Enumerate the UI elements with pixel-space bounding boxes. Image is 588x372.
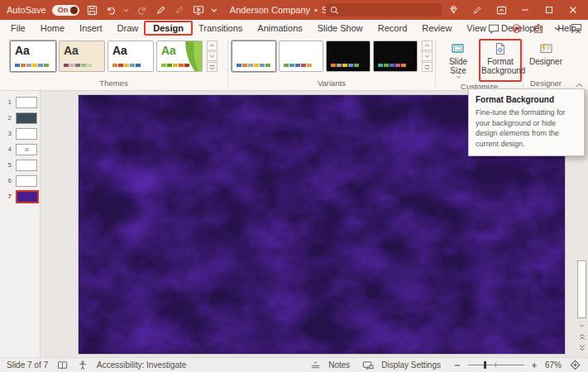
- qat-caret-icon[interactable]: [211, 3, 218, 17]
- minimize-icon[interactable]: [519, 3, 532, 17]
- slide-size-caret-icon: [456, 75, 461, 79]
- zoom-slider-handle[interactable]: [484, 361, 486, 369]
- collapse-ribbon-icon[interactable]: [576, 83, 583, 88]
- tab-review[interactable]: Review: [414, 20, 459, 36]
- presenter-icon[interactable]: [570, 22, 583, 35]
- spell-check-icon[interactable]: [55, 359, 69, 371]
- themes-more-icon[interactable]: [207, 62, 218, 72]
- slide-counter[interactable]: Slide 7 of 7: [7, 360, 48, 370]
- slide-6-thumbnail[interactable]: [16, 175, 37, 187]
- color-swatch: [26, 64, 31, 67]
- tab-file[interactable]: File: [3, 20, 33, 36]
- variants-group-label: Variants: [318, 77, 346, 90]
- scroll-down-icon[interactable]: [576, 320, 587, 331]
- close-icon[interactable]: [566, 3, 580, 17]
- variants-scroll-buttons: [422, 41, 433, 72]
- theme-facet-green[interactable]: Aa: [156, 41, 203, 72]
- tab-record[interactable]: Record: [370, 20, 414, 36]
- zoom-level[interactable]: 67%: [545, 360, 562, 370]
- laser-pen-icon[interactable]: [154, 3, 167, 17]
- variant-2[interactable]: [279, 41, 323, 72]
- save-icon[interactable]: [85, 3, 98, 17]
- slide-thumbnail-row-3[interactable]: 3: [0, 126, 40, 141]
- slide-2-thumbnail[interactable]: [16, 112, 37, 124]
- slide-number: 2: [5, 114, 12, 122]
- variants-scroll-down-icon[interactable]: [422, 51, 433, 61]
- zoom-slider[interactable]: [468, 365, 524, 365]
- slide-thumbnail-row-4[interactable]: 4: [0, 141, 40, 157]
- undo-icon[interactable]: [104, 3, 117, 17]
- tab-transitions[interactable]: Transitions: [191, 20, 250, 36]
- variant-3[interactable]: [326, 41, 370, 72]
- undo-caret-icon[interactable]: [123, 3, 129, 17]
- color-swatch: [348, 64, 353, 67]
- variant-1[interactable]: [232, 41, 276, 72]
- tab-slide-show[interactable]: Slide Show: [310, 20, 370, 36]
- next-slide-icon[interactable]: [576, 342, 587, 353]
- redo-icon[interactable]: [135, 3, 148, 17]
- color-swatch: [15, 64, 20, 67]
- slide-3-thumbnail[interactable]: [16, 128, 37, 140]
- prev-slide-icon[interactable]: [576, 331, 587, 342]
- record-icon[interactable]: [509, 22, 523, 35]
- format-background-button[interactable]: Format Background: [480, 41, 520, 77]
- highlighter-icon[interactable]: [173, 3, 186, 17]
- slide-thumbnail-row-7[interactable]: 7: [0, 188, 40, 204]
- variants-scroll-up-icon[interactable]: [422, 41, 433, 50]
- slideshow-icon[interactable]: [192, 3, 205, 17]
- scrollbar-thumb[interactable]: [577, 260, 586, 318]
- themes-scroll-up-icon[interactable]: [207, 41, 218, 50]
- share-caret-icon[interactable]: [554, 22, 561, 35]
- designer-group: Designer Designer: [523, 36, 568, 90]
- color-swatch: [161, 64, 166, 67]
- accessibility-icon[interactable]: [76, 359, 89, 371]
- format-background-label: Format Background: [481, 57, 519, 75]
- autosave-label: AutoSave: [7, 5, 46, 15]
- comments-icon[interactable]: [487, 22, 500, 35]
- ribbon-options-icon[interactable]: [495, 3, 508, 17]
- themes-scroll-down-icon[interactable]: [207, 51, 218, 61]
- zoom-in-icon[interactable]: [531, 359, 538, 371]
- theme-swatches: [161, 64, 189, 67]
- color-swatch: [44, 64, 49, 67]
- slide-5-thumbnail[interactable]: [16, 160, 37, 171]
- color-swatch: [184, 64, 189, 67]
- variant-4[interactable]: [373, 41, 418, 72]
- tab-draw[interactable]: Draw: [110, 20, 146, 36]
- autosave-toggle[interactable]: On: [52, 5, 80, 16]
- theme-beige[interactable]: Aa: [59, 41, 105, 72]
- slide-number: 5: [5, 161, 12, 169]
- designer-button[interactable]: Designer: [526, 41, 566, 68]
- variants-more-icon[interactable]: [422, 62, 433, 72]
- fit-slide-icon[interactable]: [568, 359, 581, 371]
- slide-thumbnail-row-6[interactable]: 6: [0, 173, 40, 188]
- zoom-out-icon[interactable]: [454, 359, 461, 371]
- tab-insert[interactable]: Insert: [72, 20, 110, 36]
- theme-office[interactable]: Aa: [10, 41, 56, 72]
- slide-7-thumbnail-selected[interactable]: [16, 190, 39, 203]
- slide-thumbnail-row-2[interactable]: 2: [0, 110, 40, 126]
- tab-design[interactable]: Design: [146, 20, 191, 36]
- theme-white[interactable]: Aa: [108, 41, 154, 72]
- maximize-icon[interactable]: [543, 3, 556, 17]
- theme-sample-text: Aa: [64, 44, 79, 57]
- accessibility-label[interactable]: Accessibility: Investigate: [97, 360, 186, 370]
- color-swatch: [118, 64, 123, 67]
- slide-1-thumbnail[interactable]: [16, 97, 37, 108]
- powerpoint-window: AutoSave On: [0, 0, 588, 372]
- slide-thumbnail-row-1[interactable]: 1: [0, 94, 40, 110]
- slide-size-button[interactable]: Slide Size: [438, 41, 478, 80]
- search-bar[interactable]: [326, 3, 442, 17]
- editing-mode-icon[interactable]: [471, 3, 484, 17]
- color-swatch: [284, 64, 289, 67]
- premium-icon[interactable]: [447, 3, 460, 17]
- tab-animations[interactable]: Animations: [250, 20, 309, 36]
- display-settings-button[interactable]: Display Settings: [381, 360, 441, 370]
- slide-4-thumbnail[interactable]: [16, 144, 37, 155]
- tab-home[interactable]: Home: [33, 20, 72, 36]
- slide-thumbnail-row-5[interactable]: 5: [0, 157, 40, 173]
- document-name[interactable]: Anderson Company: [230, 5, 310, 15]
- format-background-icon: [494, 42, 507, 55]
- share-icon[interactable]: [532, 22, 545, 35]
- notes-button[interactable]: Notes: [328, 360, 350, 370]
